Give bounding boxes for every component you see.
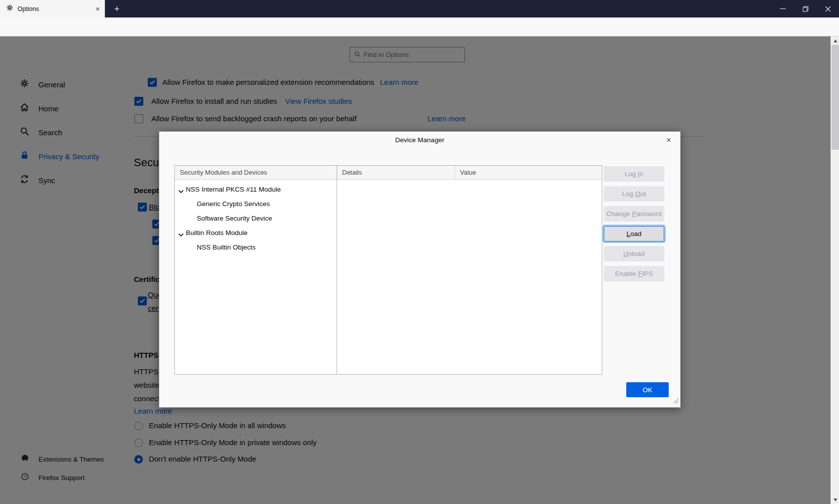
nav-toolbar [0,17,839,36]
window-titlebar: Options × + [0,0,839,17]
tab-title: Options [17,5,95,12]
scroll-down-icon[interactable] [831,496,839,504]
tree-row[interactable]: NSS Builtin Objects [175,240,336,254]
column-header-details[interactable]: Details [337,166,454,180]
unload-button: Unload [604,246,664,261]
ok-button[interactable]: OK [626,382,669,397]
chevron-down-icon[interactable] [178,188,184,195]
page-scrollbar[interactable] [831,36,839,504]
table-header-row: Security Modules and Devices Details Val… [175,166,602,180]
tree-row[interactable]: Generic Crypto Services [175,197,336,211]
new-tab-button[interactable]: + [111,3,123,15]
dialog-close-icon[interactable]: × [663,134,675,146]
tree-row-label: Generic Crypto Services [197,200,270,208]
tree-row-label: NSS Internal PKCS #11 Module [186,186,281,193]
window-minimize-button[interactable] [772,0,794,17]
tree-row[interactable]: NSS Internal PKCS #11 Module [175,182,336,197]
log-out-button: Log Out [604,186,664,202]
resize-grip-icon[interactable] [673,397,679,406]
tree-row-label: NSS Builtin Objects [197,244,256,251]
dialog-titlebar: Device Manager × [159,132,680,149]
window-restore-button[interactable] [794,0,817,17]
tree-row[interactable]: Builtin Roots Module [175,226,336,240]
tree-row-label: Software Security Device [197,215,272,222]
tab-close-icon[interactable]: × [95,5,100,12]
scroll-up-icon[interactable] [831,36,839,45]
gear-favicon [6,4,13,13]
load-button[interactable]: Load [604,226,664,242]
chevron-down-icon[interactable] [178,231,184,239]
dialog-title: Device Manager [159,132,680,149]
security-modules-table[interactable]: Security Modules and Devices Details Val… [174,165,602,375]
log-in-button: Log In [604,166,664,182]
column-splitter[interactable] [337,180,337,375]
enable-fips-button: Enable FIPS [604,266,664,281]
column-header-value[interactable]: Value [454,166,602,180]
device-manager-dialog: Device Manager × Security Modules and De… [159,131,681,408]
tree-row[interactable]: Software Security Device [175,211,336,226]
tab-options[interactable]: Options × [0,0,105,17]
scrollbar-thumb[interactable] [832,45,839,150]
column-header-modules[interactable]: Security Modules and Devices [175,166,337,180]
change-password-button: Change Password [604,206,664,222]
tree-row-label: Builtin Roots Module [186,229,248,237]
window-close-button[interactable] [817,0,839,17]
